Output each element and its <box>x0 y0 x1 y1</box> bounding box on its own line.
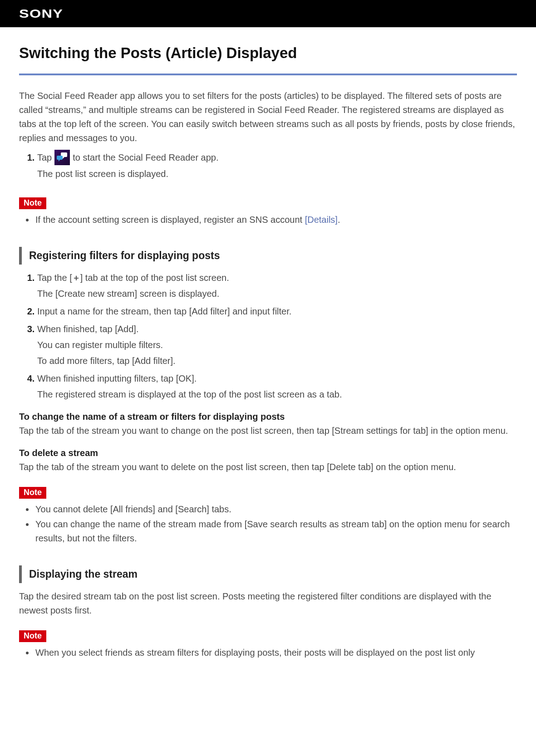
reg-step-1-sub: The [Create new stream] screen is displa… <box>37 287 517 301</box>
delete-stream-text: Tap the tab of the stream you want to de… <box>19 460 517 474</box>
reg-step-1-a: Tap the [ <box>37 273 72 283</box>
title-rule <box>19 74 517 75</box>
section-registering-filters: Registering filters for displaying posts <box>19 247 517 265</box>
displaying-stream-text: Tap the desired stream tab on the post l… <box>19 589 517 618</box>
reg-step-4: When finished inputting filters, tap [OK… <box>37 372 517 402</box>
page-title: Switching the Posts (Article) Displayed <box>19 44 517 62</box>
note-label-2: Note <box>19 487 46 499</box>
register-steps: Tap the [＋] tab at the top of the post l… <box>19 271 517 402</box>
step-1-text-b: to start the Social Feed Reader app. <box>73 151 218 165</box>
note-1-text: If the account setting screen is display… <box>35 215 305 225</box>
svg-marker-1 <box>63 157 65 159</box>
subheading-change-stream: To change the name of a stream or filter… <box>19 412 517 422</box>
note-3-list: When you select friends as stream filter… <box>19 646 517 660</box>
note-label-3: Note <box>19 630 46 642</box>
note-1-tail: . <box>338 215 340 225</box>
note-1-item: If the account setting screen is display… <box>34 213 517 227</box>
subheading-delete-stream: To delete a stream <box>19 448 517 458</box>
step-1-subtext: The post list screen is displayed. <box>37 167 517 181</box>
reg-step-4-main: When finished inputting filters, tap [OK… <box>37 373 197 383</box>
note-1-list: If the account setting screen is display… <box>19 213 517 227</box>
note-2-item-2: You can change the name of the stream ma… <box>34 517 517 545</box>
change-stream-text: Tap the tab of the stream you want to ch… <box>19 424 517 438</box>
reg-step-3-main: When finished, tap [Add]. <box>37 324 138 334</box>
intro-steps: Tap to start the Social Feed Reader app.… <box>19 150 517 181</box>
main-content: Switching the Posts (Article) Displayed … <box>0 27 536 660</box>
reg-step-1: Tap the [＋] tab at the top of the post l… <box>37 271 517 301</box>
reg-step-4-sub: The registered stream is displayed at th… <box>37 388 517 402</box>
reg-step-3: When finished, tap [Add]. You can regist… <box>37 322 517 368</box>
sony-logo: SONY <box>19 7 63 21</box>
reg-step-3-sub1: You can register multiple filters. <box>37 338 517 352</box>
reg-step-3-sub2: To add more filters, tap [Add filter]. <box>37 354 517 368</box>
note-2-list: You cannot delete [All friends] and [Sea… <box>19 502 517 545</box>
reg-step-2: Input a name for the stream, then tap [A… <box>37 304 517 319</box>
note-2-item-1: You cannot delete [All friends] and [Sea… <box>34 502 517 516</box>
intro-paragraph: The Social Feed Reader app allows you to… <box>19 89 517 145</box>
reg-step-1-b: ] tab at the top of the post list screen… <box>80 273 229 283</box>
social-feed-reader-app-icon <box>54 150 70 165</box>
step-1: Tap to start the Social Feed Reader app.… <box>37 150 517 181</box>
step-1-text-a: Tap <box>37 151 52 165</box>
header-bar: SONY <box>0 0 536 27</box>
section-displaying-stream: Displaying the stream <box>19 565 517 583</box>
plus-icon: ＋ <box>72 272 80 285</box>
svg-rect-2 <box>57 156 63 160</box>
svg-marker-3 <box>59 159 60 162</box>
note-3-item: When you select friends as stream filter… <box>34 646 517 660</box>
note-label-1: Note <box>19 197 46 209</box>
details-link[interactable]: [Details] <box>305 215 338 225</box>
